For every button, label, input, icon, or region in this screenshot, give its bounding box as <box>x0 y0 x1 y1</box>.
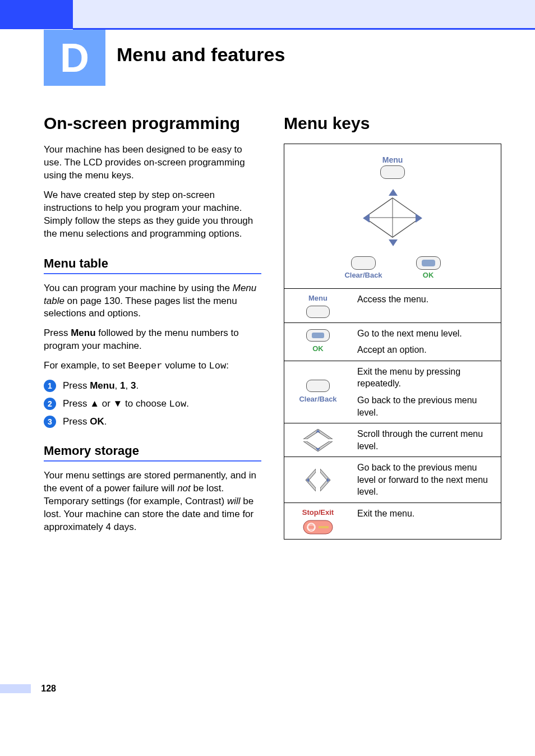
text-fragment: volume to <box>162 360 209 371</box>
heading-menu-keys: Menu keys <box>284 113 501 133</box>
menu-label: Menu <box>382 155 403 164</box>
clear-back-label: Clear/Back <box>344 271 382 279</box>
menu-button-icon <box>380 165 405 179</box>
cell-updown-icon <box>290 429 346 451</box>
cell-clear-icon: Clear/Back <box>290 380 346 404</box>
page-number: 128 <box>41 684 56 694</box>
heading-onscreen: On-screen programming <box>44 113 261 133</box>
arrow-down-segment-icon <box>303 441 333 451</box>
text-line: Go to the next menu level. <box>357 328 495 340</box>
text-fragment: Press ▲ or ▼ to choose <box>63 398 169 409</box>
step-bullet-icon: 2 <box>44 398 56 410</box>
text-bold: Menu <box>71 328 95 338</box>
step-1: 1 Press Menu, 1, 3. <box>44 380 261 392</box>
arrow-left-segment-icon <box>305 469 316 491</box>
table-row: OK Go to the next menu level. Accept an … <box>284 322 501 361</box>
divider-menu-table <box>44 273 261 274</box>
para-menutable-ref: You can program your machine by using th… <box>44 282 261 321</box>
menu-label-small: Menu <box>308 293 328 303</box>
text-fragment: Press <box>44 328 71 338</box>
step-text: Press OK. <box>63 416 107 427</box>
ok-group: OK <box>416 256 441 279</box>
step-3: 3 Press OK. <box>44 416 261 428</box>
arrow-right-segment-icon <box>320 469 331 491</box>
text-bold: OK <box>90 416 104 427</box>
clear-back-button-icon <box>351 256 376 270</box>
left-column: On-screen programming Your machine has b… <box>44 113 261 541</box>
text-fragment: You can program your machine by using th… <box>44 283 233 293</box>
clear-back-label-small: Clear/Back <box>299 394 336 404</box>
heading-memory-storage: Memory storage <box>44 444 261 458</box>
text-fragment: . <box>136 380 139 391</box>
step-2: 2 Press ▲ or ▼ to choose Low. <box>44 398 261 410</box>
right-column: Menu keys Menu <box>284 113 501 541</box>
step-text: Press Menu, 1, 3. <box>63 380 139 391</box>
text-line: Go back to the previous menu level. <box>357 394 495 418</box>
cell-leftright-icon <box>290 469 346 491</box>
cell-desc: Exit the menu. <box>352 503 501 539</box>
text-bold: 1 <box>120 380 125 391</box>
cell-desc: Exit the menu by pressing repeatedly. Go… <box>352 361 501 423</box>
ok-label: OK <box>423 271 434 279</box>
text-bold: Menu <box>90 380 114 391</box>
text-line: Exit the menu by pressing repeatedly. <box>357 366 495 390</box>
para-example: For example, to set Beeper volume to Low… <box>44 359 261 373</box>
header-light-band <box>73 0 535 28</box>
table-row: Clear/Back Exit the menu by pressing rep… <box>284 361 501 423</box>
ok-button-icon <box>306 329 330 342</box>
para-memory: Your menu settings are stored permanentl… <box>44 469 261 534</box>
step-text: Press ▲ or ▼ to choose Low. <box>63 398 189 409</box>
content-columns: On-screen programming Your machine has b… <box>44 113 501 541</box>
text-fragment: . <box>104 416 107 427</box>
text-line: Accept an option. <box>357 344 495 356</box>
para-intro-2: We have created step by step on-screen i… <box>44 189 261 241</box>
cell-desc: Access the menu. <box>352 289 501 323</box>
text-fragment: Press <box>63 380 90 391</box>
cell-menu-icon: Menu <box>290 293 346 318</box>
menu-button-icon <box>306 306 330 318</box>
step-bullet-icon: 1 <box>44 380 56 392</box>
text-bold: 3 <box>131 380 136 391</box>
cell-desc: Scroll through the current menu level. <box>352 423 501 457</box>
table-row: Menu Access the menu. <box>284 289 501 323</box>
table-row: Stop/Exit Exit the menu. <box>284 503 501 539</box>
cell-ok-icon: OK <box>290 329 346 354</box>
header-divider <box>73 28 535 30</box>
ok-button-icon <box>416 256 441 270</box>
arrow-up-icon <box>389 189 398 196</box>
text-fragment: , <box>126 380 131 391</box>
stop-exit-label: Stop/Exit <box>302 508 334 518</box>
chapter-title: Menu and features <box>117 44 285 66</box>
text-fragment: , <box>115 380 120 391</box>
ok-label-small: OK <box>312 344 324 354</box>
menu-keys-panel: Menu Clear/Back <box>284 144 501 540</box>
text-mono: Beeper <box>128 361 162 371</box>
svg-rect-14 <box>319 526 329 528</box>
text-mono: Low <box>169 399 187 409</box>
text-fragment: : <box>226 360 229 371</box>
bottom-buttons-row: Clear/Back OK <box>290 256 495 283</box>
chapter-badge: D <box>44 30 105 86</box>
footer-tab <box>0 684 31 693</box>
text-fragment: on page 130. These pages list the menu s… <box>44 296 237 319</box>
stop-exit-button-icon <box>303 520 333 534</box>
text-fragment: Press <box>63 416 90 427</box>
text-fragment: . <box>186 398 189 409</box>
page-footer: 128 <box>0 683 56 694</box>
text-fragment: For example, to set <box>44 360 128 371</box>
para-press-menu: Press Menu followed by the menu numbers … <box>44 327 261 353</box>
cell-stop-icon: Stop/Exit <box>290 508 346 534</box>
arrow-down-icon <box>389 239 398 246</box>
clear-back-button-icon <box>306 380 330 392</box>
divider-memory-storage <box>44 460 261 462</box>
cell-desc: Go to the next menu level. Accept an opt… <box>352 322 501 361</box>
step-bullet-icon: 3 <box>44 416 56 428</box>
para-intro-1: Your machine has been designed to be eas… <box>44 144 261 182</box>
chapter-letter: D <box>60 35 89 81</box>
heading-menu-table: Menu table <box>44 256 261 271</box>
text-mono: Low <box>209 361 227 371</box>
arrow-left-icon <box>363 214 370 223</box>
dpad-icon <box>356 187 429 248</box>
cell-desc: Go back to the previous menu level or fo… <box>352 457 501 503</box>
menu-keys-table: Menu Access the menu. OK Go to th <box>284 288 501 539</box>
